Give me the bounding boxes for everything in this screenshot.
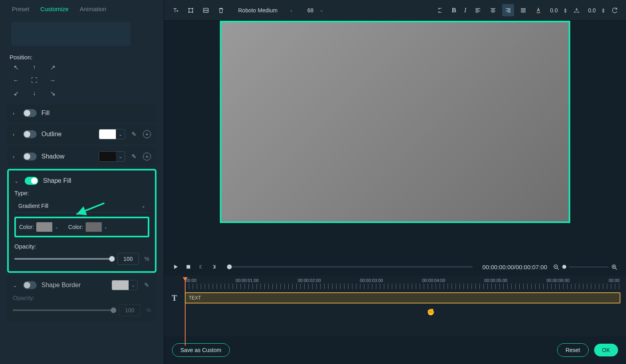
shapefill-title: Shape Fill — [43, 177, 149, 184]
crop-icon[interactable] — [185, 4, 197, 16]
gradient-color2[interactable]: ⌄ — [86, 222, 110, 232]
chevron-down-icon[interactable]: ⌄ — [129, 283, 137, 288]
refresh-icon[interactable] — [608, 4, 620, 16]
add-outline[interactable]: + — [143, 130, 151, 138]
svg-point-3 — [192, 8, 193, 9]
color1-label: Color: — [19, 224, 34, 230]
shape-border-section: ⌄ Shape Border ⌄ ✎ Opacity: 100 — [7, 275, 156, 321]
fill-toggle[interactable] — [23, 109, 37, 117]
text-color-icon[interactable] — [532, 4, 544, 16]
font-select[interactable]: Roboto Medium ⌄ — [234, 6, 297, 15]
scrub-bar[interactable] — [227, 266, 473, 268]
tab-customize[interactable]: Customize — [40, 6, 68, 12]
align-right-icon[interactable] — [502, 4, 514, 16]
timeline-ruler[interactable]: 00:00 00:00:01:00 00:00:02:00 00:00:03:0… — [185, 278, 620, 292]
add-text-icon[interactable] — [170, 4, 182, 16]
gradient-color1[interactable]: ⌄ — [36, 222, 60, 232]
shadow-expand[interactable]: › — [13, 154, 18, 160]
shapefill-toggle[interactable] — [25, 177, 38, 185]
zoom-in-icon[interactable] — [611, 263, 618, 270]
prev-frame-icon[interactable] — [198, 263, 205, 270]
main-area: Roboto Medium ⌄ 68 ⌄ B I — [164, 0, 626, 364]
footer: Save as Custom Reset OK — [164, 336, 626, 364]
align-left-icon[interactable] — [472, 4, 484, 16]
type-value: Gradient Fill — [18, 203, 48, 209]
char-spacing-stepper[interactable]: ▲▼ — [563, 8, 567, 13]
shapeborder-color[interactable]: ⌄ — [112, 280, 138, 290]
border-opacity-value[interactable]: 100 — [119, 304, 141, 316]
zoom-out-icon[interactable] — [553, 263, 560, 270]
letter-spacing-icon[interactable] — [571, 4, 583, 16]
play-icon[interactable] — [172, 263, 179, 270]
border-opacity-slider[interactable] — [13, 309, 113, 311]
align-center-icon[interactable] — [487, 4, 499, 16]
type-select[interactable]: Gradient Fill ⌄ — [14, 200, 149, 213]
pos-bottom-left[interactable]: ↙ — [10, 90, 22, 97]
text-clip[interactable]: TEXT — [185, 292, 620, 303]
svg-rect-1 — [189, 8, 193, 12]
pos-left[interactable]: ← — [10, 77, 22, 84]
save-as-custom-button[interactable]: Save as Custom — [172, 343, 230, 357]
shadow-section: › Shadow ⌄ ✎ + — [7, 147, 156, 166]
tab-animation[interactable]: Animation — [80, 6, 106, 12]
trash-icon[interactable] — [215, 4, 227, 16]
line-spacing-stepper[interactable]: ▲▼ — [601, 8, 605, 13]
shapefill-collapse[interactable]: ⌄ — [14, 178, 20, 184]
shapeborder-toggle[interactable] — [23, 281, 37, 289]
pct-label: % — [145, 256, 149, 262]
align-justify-icon[interactable] — [517, 4, 529, 16]
ruler-tick: 00:00:06:00 — [546, 278, 569, 283]
outline-color[interactable]: ⌄ — [99, 129, 125, 139]
line-height-icon[interactable] — [434, 4, 446, 16]
opacity-slider[interactable] — [14, 258, 112, 260]
eyedropper-icon[interactable]: ✎ — [130, 131, 138, 138]
eyedropper-icon[interactable]: ✎ — [130, 153, 138, 160]
italic-icon[interactable]: I — [462, 4, 469, 17]
shadow-toggle[interactable] — [23, 153, 37, 160]
tab-preset[interactable]: Preset — [12, 6, 29, 12]
pos-top[interactable]: ↑ — [28, 64, 41, 71]
shadow-color[interactable]: ⌄ — [99, 151, 125, 162]
pos-top-right[interactable]: ↗ — [46, 64, 59, 71]
pos-top-left[interactable]: ↖ — [10, 64, 22, 71]
pos-bottom-right[interactable]: ↘ — [46, 90, 59, 97]
chevron-down-icon[interactable]: ⌄ — [116, 154, 125, 159]
gradient-colors-box: Color: ⌄ Color: ⌄ — [14, 217, 149, 237]
font-name: Roboto Medium — [238, 7, 278, 14]
stop-icon[interactable] — [185, 263, 192, 270]
pos-bottom[interactable]: ↓ — [28, 90, 41, 97]
font-size-select[interactable]: 68 ⌄ — [304, 6, 327, 15]
timecode: 00:00:00:00/00:00:07:00 — [482, 264, 547, 270]
pos-center[interactable]: ⛶ — [28, 77, 41, 84]
outline-toggle[interactable] — [23, 130, 37, 138]
chevron-down-icon[interactable]: ⌄ — [116, 132, 125, 137]
svg-point-2 — [188, 8, 189, 9]
shapeborder-collapse[interactable]: ⌄ — [13, 282, 18, 288]
text-preview — [11, 22, 131, 46]
text-toolbar: Roboto Medium ⌄ 68 ⌄ B I — [164, 0, 626, 21]
text-track-icon: T — [164, 294, 185, 303]
zoom-slider-handle[interactable] — [562, 265, 566, 269]
chevron-down-icon: ⌄ — [141, 203, 145, 209]
canvas-wrap — [164, 21, 626, 258]
eyedropper-icon[interactable]: ✎ — [143, 282, 151, 289]
reset-button[interactable]: Reset — [557, 343, 589, 357]
chevron-down-icon[interactable]: ⌄ — [52, 222, 60, 232]
preview-canvas[interactable] — [220, 21, 570, 223]
sidebar-scroll[interactable]: Position: ↖ ↑ ↗ ← ⛶ → ↙ ↓ ↘ › Fill — [0, 18, 164, 364]
opacity-value[interactable]: 100 — [117, 253, 139, 265]
scrub-handle[interactable] — [227, 264, 232, 269]
pos-right[interactable]: → — [46, 77, 59, 84]
image-icon[interactable] — [200, 4, 212, 16]
chevron-down-icon[interactable]: ⌄ — [102, 222, 110, 232]
opacity-label: Opacity: — [14, 243, 149, 250]
outline-expand[interactable]: › — [13, 131, 18, 137]
fill-expand[interactable]: › — [13, 110, 18, 116]
zoom-slider-track[interactable] — [569, 266, 608, 268]
add-shadow[interactable]: + — [143, 153, 151, 160]
ok-button[interactable]: OK — [594, 344, 618, 356]
bold-icon[interactable]: B — [449, 4, 458, 17]
next-frame-icon[interactable] — [210, 263, 217, 270]
ruler-tick: 00:00:03:00 — [360, 278, 383, 283]
chevron-down-icon: ⌄ — [320, 8, 323, 13]
